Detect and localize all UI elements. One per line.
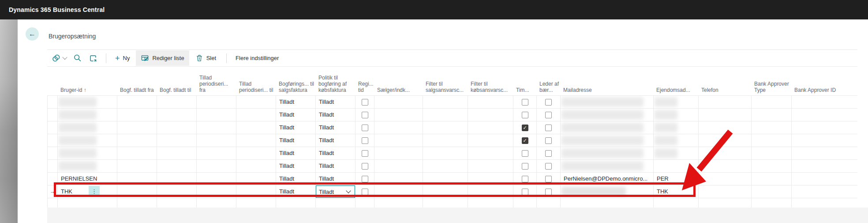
cell-ejendom[interactable] <box>654 121 699 134</box>
cell-bogforings[interactable]: Tilladt <box>276 173 316 185</box>
cell-sel[interactable] <box>48 109 58 121</box>
column-header-bank_type[interactable]: Bank Approver Type <box>751 67 791 95</box>
cell-filter_kob[interactable] <box>468 121 513 134</box>
view-options-button[interactable] <box>49 51 69 66</box>
cell-telefon[interactable] <box>699 173 752 185</box>
cell-bogforings[interactable]: Tilladt <box>276 96 316 108</box>
cell-bank_type[interactable] <box>752 147 792 159</box>
cell-bogforings[interactable]: Tilladt <box>276 160 316 172</box>
cell-bogf_til[interactable] <box>157 185 197 198</box>
cell-per_fra[interactable] <box>197 109 236 121</box>
cell-bogforings[interactable]: Tilladt <box>276 109 316 121</box>
cell-bogf_til[interactable] <box>157 109 197 121</box>
cell-leder[interactable] <box>537 173 561 185</box>
cell-bogf_fra[interactable] <box>117 121 157 134</box>
cell-filter_salg[interactable] <box>423 185 468 198</box>
cell-bruger_id[interactable]: PERNIELSEN <box>58 173 117 185</box>
cell-tim[interactable] <box>513 147 537 159</box>
checkbox-leder[interactable] <box>545 176 552 182</box>
cell-politik[interactable]: Tilladt <box>316 109 355 121</box>
cell-sel[interactable] <box>48 134 58 147</box>
cell-per_til[interactable] <box>236 160 276 172</box>
cell-politik[interactable]: Tilladt <box>316 160 355 172</box>
cell-filter_salg[interactable] <box>423 121 468 134</box>
checkbox-regi_tid[interactable] <box>362 125 368 131</box>
cell-bogf_til[interactable] <box>157 160 197 172</box>
cell-filter_salg[interactable] <box>423 134 468 147</box>
cell-per_til[interactable] <box>236 121 276 134</box>
cell-leder[interactable] <box>537 147 561 159</box>
cell-options-button[interactable]: ⋮ <box>89 186 100 197</box>
cell-sel[interactable] <box>48 173 58 185</box>
cell-saelger[interactable] <box>374 109 423 121</box>
cell-bruger_id[interactable] <box>58 147 117 159</box>
cell-leder[interactable] <box>537 134 561 147</box>
cell-bogforings[interactable]: Tilladt <box>276 147 316 159</box>
cell-regi_tid[interactable] <box>355 121 374 134</box>
cell-filter_kob[interactable] <box>468 185 513 198</box>
cell-bruger_id[interactable] <box>58 160 117 172</box>
cell-telefon[interactable] <box>699 147 752 159</box>
cell-politik[interactable]: Tilladt <box>316 173 355 185</box>
cell-filter_kob[interactable] <box>468 109 513 121</box>
cell-saelger[interactable] <box>374 173 423 185</box>
cell-tim[interactable] <box>513 160 537 172</box>
edit-list-button[interactable]: Rediger liste <box>136 50 189 66</box>
cell-filter_kob[interactable] <box>468 96 513 108</box>
cell-bank_id[interactable] <box>792 147 858 159</box>
cell-bank_id[interactable] <box>792 96 858 108</box>
cell-bruger_id[interactable] <box>58 96 117 108</box>
cell-regi_tid[interactable] <box>355 96 374 108</box>
cell-per_fra[interactable] <box>197 96 236 108</box>
cell-regi_tid[interactable] <box>355 185 374 198</box>
cell-telefon[interactable] <box>699 109 752 121</box>
column-header-per_fra[interactable]: Tillad periodiseri... fra <box>196 67 236 95</box>
cell-telefon[interactable] <box>699 134 752 147</box>
cell-bogf_til[interactable] <box>157 173 197 185</box>
cell-filter_salg[interactable] <box>423 147 468 159</box>
checkbox-tim[interactable]: ✓ <box>522 137 528 144</box>
cell-bank_id[interactable] <box>792 134 858 147</box>
cell-bruger_id[interactable] <box>58 109 117 121</box>
cell-filter_kob[interactable] <box>468 173 513 185</box>
cell-bank_type[interactable] <box>752 185 792 198</box>
cell-bank_type[interactable] <box>752 96 792 108</box>
cell-leder[interactable] <box>537 96 561 108</box>
cell-bogf_til[interactable] <box>157 147 197 159</box>
checkbox-leder[interactable] <box>545 99 552 106</box>
cell-ejendom[interactable] <box>654 160 699 172</box>
cell-politik[interactable]: Tilladt <box>316 147 355 159</box>
search-button[interactable] <box>71 51 84 66</box>
current-row-indicator[interactable]: → <box>48 185 58 198</box>
cell-per_fra[interactable] <box>197 173 236 185</box>
cell-bogf_fra[interactable] <box>117 109 157 121</box>
column-header-bogf_til[interactable]: Bogf. tilladt til <box>157 67 196 95</box>
cell-mail[interactable] <box>561 185 654 198</box>
politik-dropdown[interactable]: Tilladt <box>316 185 355 198</box>
cell-per_fra[interactable] <box>197 121 236 134</box>
cell-regi_tid[interactable] <box>355 134 374 147</box>
cell-mail[interactable] <box>561 96 654 108</box>
cell-mail[interactable] <box>561 160 654 172</box>
cell-bogf_fra[interactable] <box>117 96 157 108</box>
new-button[interactable]: + Ny <box>110 50 135 66</box>
column-header-bogforings[interactable]: Bogførings... til salgsfaktura <box>276 67 315 95</box>
checkbox-regi_tid[interactable] <box>362 163 368 170</box>
cell-bogf_fra[interactable] <box>117 185 157 198</box>
cell-mail[interactable] <box>561 109 654 121</box>
cell-ejendom[interactable]: PER <box>654 173 699 185</box>
checkbox-regi_tid[interactable] <box>362 176 368 182</box>
cell-bruger_id[interactable] <box>58 121 117 134</box>
cell-per_til[interactable] <box>236 109 276 121</box>
cell-bogf_fra[interactable] <box>117 160 157 172</box>
cell-tim[interactable]: ✓ <box>513 134 537 147</box>
checkbox-tim[interactable] <box>522 99 528 106</box>
cell-politik[interactable]: Tilladt <box>316 121 355 134</box>
cell-per_fra[interactable] <box>197 185 236 198</box>
cell-per_til[interactable] <box>236 173 276 185</box>
cell-bank_type[interactable] <box>752 173 792 185</box>
cell-tim[interactable] <box>513 109 537 121</box>
cell-saelger[interactable] <box>374 160 423 172</box>
cell-filter_salg[interactable] <box>423 109 468 121</box>
checkbox-regi_tid[interactable] <box>362 137 368 144</box>
